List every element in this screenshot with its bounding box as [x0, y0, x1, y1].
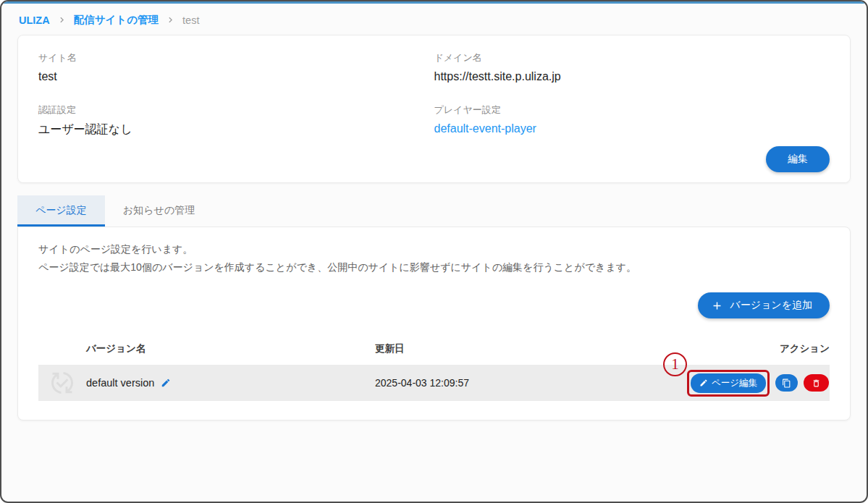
domain-name-label: ドメイン名 — [434, 51, 830, 64]
delete-version-button[interactable] — [804, 374, 829, 392]
field-site-name: サイト名 test — [38, 51, 434, 83]
tab-announcement-management[interactable]: お知らせの管理 — [105, 195, 213, 227]
copy-icon — [782, 379, 791, 388]
player-setting-label: プレイヤー設定 — [434, 103, 830, 117]
trash-icon — [812, 379, 821, 388]
chevron-right-icon — [56, 14, 67, 25]
page-settings-card: サイトのページ設定を行います。 ページ設定では最大10個のバージョンを作成するこ… — [17, 227, 851, 420]
add-version-button-label: バージョンを追加 — [730, 299, 812, 312]
header-actions: アクション — [592, 342, 830, 355]
page-settings-description-line2: ページ設定では最大10個のバージョンを作成することができ、公開中のサイトに影響せ… — [38, 258, 830, 276]
header-updated-at: 更新日 — [375, 342, 592, 355]
header-version-name: バージョン名 — [86, 342, 375, 355]
breadcrumb-current-page: test — [182, 14, 199, 26]
annotation-highlight-box: ページ編集 — [687, 370, 770, 397]
site-info-fields: サイト名 test ドメイン名 https://testt.site.p.uli… — [38, 51, 830, 138]
field-player-setting: プレイヤー設定 default-event-player — [434, 103, 830, 138]
annotation-circle-1: 1 — [663, 352, 687, 376]
rename-pencil-icon[interactable] — [161, 378, 171, 388]
pencil-icon — [699, 379, 708, 387]
page-edit-button-label: ページ編集 — [712, 377, 757, 389]
chevron-right-icon — [165, 14, 176, 25]
add-version-row: バージョンを追加 — [38, 292, 830, 318]
browser-viewport: ULIZA 配信サイトの管理 test サイト名 test ドメイン名 http… — [0, 0, 868, 503]
player-setting-link[interactable]: default-event-player — [434, 122, 830, 135]
page-edit-button[interactable]: ページ編集 — [691, 373, 766, 393]
auth-setting-value: ユーザー認証なし — [38, 122, 434, 138]
row-actions: 1 ページ編集 — [592, 370, 830, 397]
field-domain-name: ドメイン名 https://testt.site.p.uliza.jp — [434, 51, 830, 83]
domain-name-value: https://testt.site.p.uliza.jp — [434, 70, 830, 83]
site-info-card: サイト名 test ドメイン名 https://testt.site.p.uli… — [17, 35, 851, 183]
add-version-button[interactable]: バージョンを追加 — [698, 292, 830, 318]
version-name: default version — [86, 377, 154, 389]
edit-button[interactable]: 編集 — [766, 146, 830, 172]
tab-page-settings[interactable]: ページ設定 — [17, 195, 105, 227]
field-auth-setting: 認証設定 ユーザー認証なし — [38, 103, 434, 138]
site-name-value: test — [38, 70, 434, 83]
tab-bar: ページ設定 お知らせの管理 — [17, 195, 867, 227]
version-table: バージョン名 更新日 アクション default version 2025-04… — [38, 331, 830, 401]
annotation-wrapper: 1 ページ編集 — [687, 370, 770, 397]
version-table-header: バージョン名 更新日 アクション — [38, 331, 830, 365]
plus-icon — [711, 300, 723, 312]
breadcrumb-link-uliza[interactable]: ULIZA — [19, 14, 50, 26]
page-settings-description-line1: サイトのページ設定を行います。 — [38, 240, 830, 258]
breadcrumb-link-site-management[interactable]: 配信サイトの管理 — [74, 13, 159, 27]
site-name-label: サイト名 — [38, 51, 434, 64]
published-sync-icon — [38, 370, 86, 396]
copy-version-button[interactable] — [775, 374, 798, 392]
breadcrumb: ULIZA 配信サイトの管理 test — [1, 4, 867, 27]
auth-setting-label: 認証設定 — [38, 103, 434, 117]
table-row: default version 2025-04-03 12:09:57 1 ペー… — [38, 365, 830, 401]
site-card-actions: 編集 — [38, 146, 830, 172]
updated-at-value: 2025-04-03 12:09:57 — [375, 377, 592, 389]
